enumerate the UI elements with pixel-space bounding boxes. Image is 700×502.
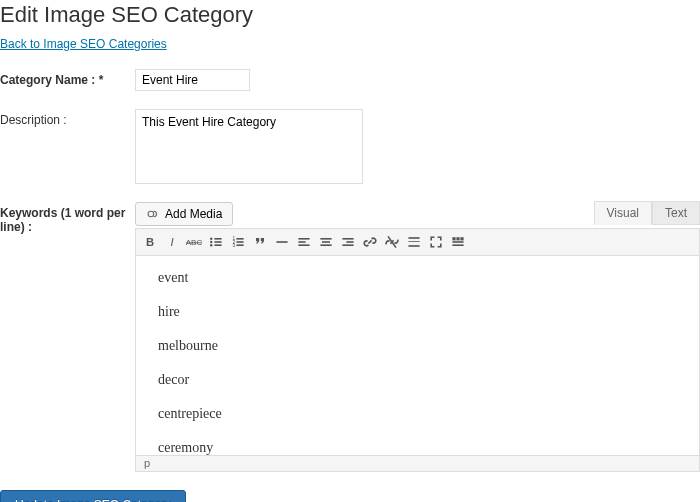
link-button[interactable] (360, 232, 380, 252)
bold-button[interactable]: B (140, 232, 160, 252)
bullet-list-button[interactable] (206, 232, 226, 252)
keyword-line: event (158, 270, 677, 286)
svg-rect-17 (298, 238, 309, 240)
svg-text:3: 3 (232, 243, 235, 248)
media-icon (146, 207, 160, 221)
svg-point-4 (210, 238, 212, 240)
keyword-line: ceremony (158, 440, 677, 456)
tab-visual[interactable]: Visual (594, 201, 652, 225)
keyword-line: hire (158, 304, 677, 320)
svg-rect-31 (460, 237, 463, 240)
svg-rect-5 (214, 238, 221, 240)
svg-point-0 (148, 211, 154, 217)
hr-button[interactable] (272, 232, 292, 252)
align-left-button[interactable] (294, 232, 314, 252)
strikethrough-button[interactable]: ABC (184, 232, 204, 252)
keyword-line: centrepiece (158, 406, 677, 422)
svg-rect-28 (408, 245, 419, 247)
svg-rect-7 (214, 241, 221, 243)
editor-toolbar: B I ABC 123 (135, 228, 700, 256)
svg-rect-18 (298, 241, 305, 243)
keywords-label: Keywords (1 word per line) : (0, 202, 135, 234)
svg-rect-15 (236, 244, 243, 246)
svg-rect-13 (236, 241, 243, 243)
svg-rect-19 (298, 244, 309, 246)
svg-text:B: B (146, 236, 154, 248)
svg-rect-22 (320, 244, 331, 246)
svg-point-6 (210, 241, 212, 243)
toolbar-toggle-button[interactable] (448, 232, 468, 252)
numbered-list-button[interactable]: 123 (228, 232, 248, 252)
svg-rect-27 (408, 241, 419, 242)
description-textarea[interactable]: This Event Hire Category (135, 109, 363, 184)
svg-rect-9 (214, 244, 221, 246)
add-media-label: Add Media (165, 207, 222, 221)
svg-rect-24 (346, 241, 353, 243)
svg-rect-25 (342, 244, 353, 246)
keywords-editor[interactable]: eventhiremelbournedecorcentrepiececeremo… (135, 256, 700, 456)
svg-rect-32 (452, 241, 463, 243)
keyword-line: decor (158, 372, 677, 388)
blockquote-button[interactable] (250, 232, 270, 252)
category-name-input[interactable] (135, 69, 250, 91)
svg-rect-23 (342, 238, 353, 240)
fullscreen-button[interactable] (426, 232, 446, 252)
svg-rect-30 (456, 237, 459, 240)
svg-rect-20 (320, 238, 331, 240)
align-center-button[interactable] (316, 232, 336, 252)
category-name-label: Category Name : * (0, 69, 135, 87)
description-label: Description : (0, 109, 135, 127)
svg-text:I: I (170, 236, 173, 248)
italic-button[interactable]: I (162, 232, 182, 252)
back-link[interactable]: Back to Image SEO Categories (0, 37, 167, 51)
svg-rect-16 (276, 241, 287, 243)
page-title: Edit Image SEO Category (0, 0, 700, 36)
unlink-button[interactable] (382, 232, 402, 252)
svg-rect-21 (322, 241, 330, 243)
tab-text[interactable]: Text (652, 201, 700, 225)
svg-text:ABC: ABC (186, 238, 202, 247)
editor-status-bar: p (135, 456, 700, 472)
update-button[interactable]: Update Image SEO Category (0, 490, 186, 502)
add-media-button[interactable]: Add Media (135, 202, 233, 226)
svg-rect-26 (408, 237, 419, 239)
svg-rect-11 (236, 238, 243, 240)
read-more-button[interactable] (404, 232, 424, 252)
svg-rect-33 (452, 244, 463, 246)
align-right-button[interactable] (338, 232, 358, 252)
svg-rect-29 (452, 237, 455, 240)
svg-point-8 (210, 244, 212, 246)
keyword-line: melbourne (158, 338, 677, 354)
